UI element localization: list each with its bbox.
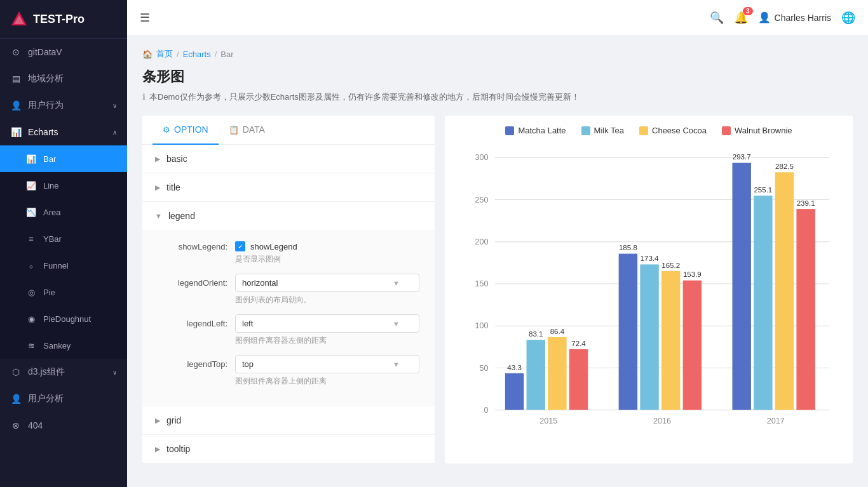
breadcrumb-echarts[interactable]: Echarts	[183, 50, 211, 59]
404-icon: ⊗	[10, 420, 22, 431]
orient-hint: 图例列表的布局朝向。	[235, 295, 419, 305]
info-icon: ℹ	[142, 92, 146, 102]
notification-icon[interactable]: 🔔 3	[734, 11, 748, 25]
showlegend-label: showLegend	[158, 237, 227, 251]
section-tooltip-header[interactable]: ▶ tooltip	[142, 435, 435, 463]
top-select[interactable]: top ▼	[235, 355, 419, 373]
tab-data[interactable]: 📋 DATA	[219, 116, 275, 145]
section-legend-header[interactable]: ▼ legend	[142, 202, 435, 230]
page-title: 条形图	[142, 67, 853, 86]
tab-option[interactable]: ⚙ OPTION	[153, 116, 219, 145]
svg-text:282.5: 282.5	[775, 163, 794, 170]
sidebar-label-echarts: Echarts	[28, 127, 112, 137]
useranalysis-icon: 👤	[10, 393, 22, 404]
breadcrumb-current: Bar	[220, 50, 233, 59]
section-title-label: title	[166, 182, 180, 192]
chart-legend: Matcha Latte Milk Tea Cheese Cocoa Walnu…	[455, 126, 843, 135]
breadcrumb-sep1: /	[177, 50, 179, 59]
svg-text:239.1: 239.1	[797, 199, 815, 207]
section-title-header[interactable]: ▶ title	[142, 173, 435, 201]
bar-2017-cheese	[775, 172, 794, 410]
form-row-orient: legendOrient horizontal ▼ 图例列表的布局朝向。	[158, 274, 419, 305]
echarts-arrow: ∧	[112, 129, 117, 136]
orient-chevron-icon: ▼	[393, 279, 400, 287]
sidebar-label-useranalysis: 用户分析	[28, 393, 117, 404]
showlegend-control: ✓ showLegend 是否显示图例	[235, 237, 419, 265]
sidebar-item-bar[interactable]: 📊 Bar	[0, 145, 127, 172]
sidebar-item-d3[interactable]: ⬡ d3.js组件 ∨	[0, 359, 127, 385]
section-grid-header[interactable]: ▶ grid	[142, 406, 435, 434]
sidebar-item-gitdatav[interactable]: ⊙ gitDataV	[0, 39, 127, 65]
menu-toggle-icon[interactable]: ☰	[140, 11, 150, 25]
bar-chart: .axis-text { font-size: 12px; fill: #888…	[455, 143, 843, 430]
left-control: left ▼ 图例组件离容器左侧的距离	[235, 314, 419, 346]
svg-text:173.4: 173.4	[641, 255, 659, 262]
svg-text:0: 0	[484, 406, 489, 415]
panel-tabs: ⚙ OPTION 📋 DATA	[142, 116, 435, 145]
left-hint: 图例组件离容器左侧的距离	[235, 335, 419, 346]
top-select-wrap: top ▼	[235, 355, 419, 373]
svg-text:86.4: 86.4	[550, 328, 565, 335]
sidebar-label-piedoughnut: PieDoughnut	[43, 314, 117, 324]
sidebar-item-404[interactable]: ⊗ 404	[0, 412, 127, 439]
logo-icon	[10, 10, 28, 28]
left-panel: ⚙ OPTION 📋 DATA ▶ basic	[142, 116, 435, 464]
page-description: ℹ 本Demo仅作为参考，只展示少数Echarts图形及属性，仍有许多需要完善和…	[142, 91, 853, 103]
top-value: top	[242, 359, 254, 369]
bar-2015-milktea	[527, 340, 545, 410]
left-select[interactable]: left ▼	[235, 314, 419, 333]
globe-icon[interactable]: 🌐	[841, 11, 855, 25]
gitdatav-icon: ⊙	[10, 46, 22, 58]
showlegend-checkbox[interactable]: ✓	[235, 241, 245, 251]
bar-2017-matcha	[732, 163, 750, 410]
svg-text:43.3: 43.3	[507, 364, 521, 371]
sidebar-item-ybar[interactable]: ≡ YBar	[0, 225, 127, 252]
sidebar-item-region[interactable]: ▤ 地域分析	[0, 65, 127, 92]
section-tooltip: ▶ tooltip	[142, 435, 435, 464]
region-icon: ▤	[10, 73, 22, 84]
sidebar-item-area[interactable]: 📉 Area	[0, 199, 127, 225]
user-menu[interactable]: 👤 Charles Harris	[758, 11, 831, 23]
orient-select[interactable]: horizontal ▼	[235, 274, 419, 292]
sidebar-item-pie[interactable]: ◎ Pie	[0, 279, 127, 305]
bar-2016-milktea	[640, 264, 658, 410]
breadcrumb-home[interactable]: 首页	[156, 48, 173, 60]
showlegend-checkbox-label: showLegend	[250, 242, 297, 251]
section-basic-header[interactable]: ▶ basic	[142, 145, 435, 173]
title-expand-icon: ▶	[155, 183, 160, 192]
sidebar-item-piedoughnut[interactable]: ◉ PieDoughnut	[0, 305, 127, 332]
echarts-icon: 📊	[10, 126, 22, 138]
svg-text:255.1: 255.1	[754, 186, 772, 194]
sidebar-item-funnel[interactable]: ⬦ Funnel	[0, 252, 127, 279]
sidebar-item-useranalysis[interactable]: 👤 用户分析	[0, 385, 127, 412]
sidebar-item-line[interactable]: 📈 Line	[0, 172, 127, 199]
svg-text:2017: 2017	[767, 417, 785, 425]
page-content: 🏠 首页 / Echarts / Bar 条形图 ℹ 本Demo仅作为参考，只展…	[127, 36, 868, 487]
funnel-icon: ⬦	[25, 260, 37, 271]
left-chevron-icon: ▼	[393, 320, 400, 328]
sidebar-label-behavior: 用户行为	[28, 100, 112, 111]
search-icon[interactable]: 🔍	[710, 11, 724, 25]
sidebar-item-sankey[interactable]: ≋ Sankey	[0, 332, 127, 359]
section-legend: ▼ legend showLegend ✓ showLegend	[142, 202, 435, 406]
sidebar-item-echarts[interactable]: 📊 Echarts ∧	[0, 119, 127, 145]
basic-expand-icon: ▶	[155, 155, 160, 163]
pie-icon: ◎	[25, 286, 37, 298]
bar-icon: 📊	[25, 153, 37, 164]
legend-section-body: showLegend ✓ showLegend 是否显示图例	[142, 230, 435, 406]
svg-text:2015: 2015	[539, 417, 557, 425]
sidebar-item-behavior[interactable]: 👤 用户行为 ∨	[0, 92, 127, 119]
grid-expand-icon: ▶	[155, 417, 160, 425]
tooltip-expand-icon: ▶	[155, 445, 160, 453]
bar-2016-cheese	[661, 271, 680, 410]
top-hint: 图例组件离容器上侧的距离	[235, 376, 419, 387]
d3-arrow: ∨	[112, 369, 117, 376]
app-title: TEST-Pro	[33, 13, 85, 26]
sankey-icon: ≋	[25, 340, 37, 351]
legend-color-walnut	[722, 126, 731, 135]
sidebar-label-gitdatav: gitDataV	[28, 47, 117, 57]
line-icon: 📈	[25, 180, 37, 191]
bar-2015-matcha	[505, 373, 524, 410]
orient-select-wrap: horizontal ▼	[235, 274, 419, 292]
legend-matcha: Matcha Latte	[505, 126, 566, 135]
